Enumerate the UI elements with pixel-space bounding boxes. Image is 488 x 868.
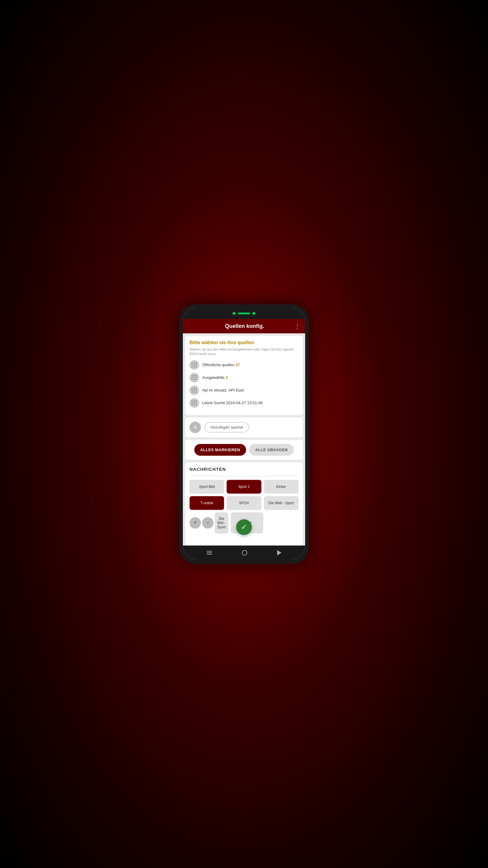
add-special-button[interactable]: hinzufügen spezial (204, 422, 249, 433)
api-text: Api im einsatz: API East (202, 388, 244, 393)
checkmark-icon: ✓ (241, 523, 247, 531)
public-icon (190, 360, 199, 370)
alle-absagen-button[interactable]: ALLE ABSAGEN (249, 444, 294, 456)
fab-spacer (190, 533, 298, 546)
info-row-api: Api im einsatz: API East (190, 385, 298, 395)
public-count: 27 (235, 363, 240, 367)
plus-icon: + (193, 424, 197, 431)
selected-icon (190, 373, 199, 382)
source-grid-row2: T-online SPOX Die Welt - Sport (190, 496, 298, 510)
notch-pill (238, 313, 250, 314)
selected-count: 2 (226, 375, 228, 380)
nav-home-button[interactable] (242, 550, 247, 555)
source-btn-sport-bild[interactable]: Sport Bild (190, 480, 224, 494)
api-icon (190, 385, 199, 395)
source-btn-die-bild-sport[interactable]: Die Bild - Sport (215, 513, 228, 533)
selected-text: Ausgewählte 2 (202, 375, 228, 380)
source-btn-spox[interactable]: SPOX (227, 496, 261, 510)
nav-back-button[interactable] (207, 551, 212, 555)
last-search-text: Letzte Suche 2024-04-27 13:51:49 (202, 401, 262, 405)
fab-confirm-button[interactable]: ✓ (236, 519, 252, 535)
source-btn-t-online[interactable]: T-online (190, 496, 224, 510)
nachrichten-divider (190, 476, 298, 476)
add-special-card: + hinzufügen spezial (185, 417, 303, 437)
info-card-subtitle: Wählen sie aus den Web-Suchergebnissen o… (190, 347, 298, 356)
alles-markieren-button[interactable]: ALLES MARKIEREN (194, 444, 246, 456)
app-content: Bitte wählen sie ihre quellen Wählen sie… (183, 333, 305, 546)
source-btn-die-welt-sport[interactable]: Die Welt - Sport (264, 496, 298, 510)
source-grid-row3-container: + − Die Bild - Sport Sport ✓ (190, 513, 298, 533)
menu-dots-button[interactable]: ⋮ (294, 322, 300, 330)
add-circle-icon[interactable]: + (190, 422, 201, 433)
info-row-selected: Ausgewählte 2 (190, 373, 298, 382)
app-header: Quellen konfig. ⋮ (183, 319, 305, 333)
action-card: ALLES MARKIEREN ALLE ABSAGEN (185, 440, 303, 460)
info-row-last-search: Letzte Suche 2024-04-27 13:51:49 (190, 398, 298, 408)
header-title: Quellen konfig. (195, 323, 294, 330)
phone-frame: Quellen konfig. ⋮ Bitte wählen sie ihre … (179, 304, 309, 564)
public-text: Öffentliche quellen 27 (202, 363, 240, 367)
info-row-public: Öffentliche quellen 27 (190, 360, 298, 370)
notch-dot-left (233, 312, 235, 315)
source-btn-sport1[interactable]: Sport 1 (227, 480, 261, 494)
nachrichten-card: NACHRICHTEN Sport Bild Sport 1 Kicker T-… (185, 462, 303, 546)
phone-screen: Quellen konfig. ⋮ Bitte wählen sie ihre … (183, 308, 305, 560)
notch (183, 308, 305, 319)
zoom-out-button[interactable]: − (202, 517, 214, 529)
nav-recents-button[interactable] (277, 550, 281, 555)
source-btn-kicker[interactable]: Kicker (264, 480, 298, 494)
last-search-icon (190, 398, 199, 408)
notch-dot-right (253, 312, 255, 315)
info-card: Bitte wählen sie ihre quellen Wählen sie… (185, 336, 303, 415)
nachrichten-title: NACHRICHTEN (190, 467, 298, 472)
source-grid-row1: Sport Bild Sport 1 Kicker (190, 480, 298, 494)
info-card-title: Bitte wählen sie ihre quellen (190, 340, 298, 345)
zoom-in-button[interactable]: + (190, 517, 201, 529)
bottom-nav (183, 546, 305, 560)
